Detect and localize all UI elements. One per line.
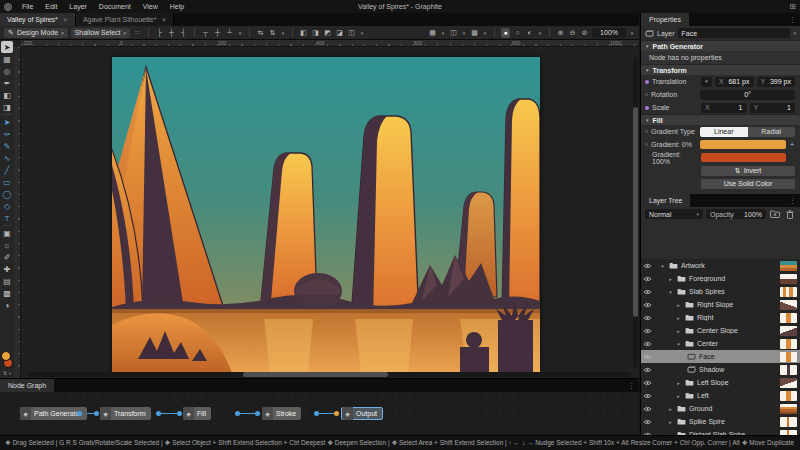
chevron-down-icon[interactable]: ▾ xyxy=(793,30,796,36)
chevron-down-icon[interactable]: ▾ xyxy=(461,28,467,38)
menu-file[interactable]: File xyxy=(16,0,39,13)
visibility-eye-icon[interactable] xyxy=(641,419,653,425)
menu-edit[interactable]: Edit xyxy=(39,0,63,13)
primary-color-swatch[interactable] xyxy=(1,351,11,361)
tab-node-graph[interactable]: Node Graph xyxy=(0,379,54,392)
boolean-difference-icon[interactable]: ◪ xyxy=(335,28,344,38)
section-transform[interactable]: ▾ Transform xyxy=(641,64,800,75)
zoom-level-field[interactable]: 100% xyxy=(592,28,626,38)
layer-row-center-slope[interactable]: ▸ Center Slope xyxy=(641,324,800,337)
pivot-options-button[interactable]: ∷ xyxy=(133,28,142,38)
visibility-eye-icon[interactable] xyxy=(641,302,653,308)
node-output[interactable]: ◈ Output xyxy=(341,407,383,420)
boolean-intersect-icon[interactable]: ◩ xyxy=(323,28,332,38)
node-input-dot[interactable] xyxy=(94,411,99,416)
visibility-eye-icon[interactable] xyxy=(641,367,653,373)
pixel-view-icon[interactable]: ◐ xyxy=(525,28,534,38)
layer-row-artwork[interactable]: ▾ Artwork xyxy=(641,259,800,272)
parameter-dot-icon[interactable] xyxy=(645,143,648,146)
visibility-eye-icon[interactable] xyxy=(641,315,653,321)
layer-row-shadow[interactable]: Shadow xyxy=(641,363,800,376)
node-input-dot[interactable] xyxy=(255,411,260,416)
align-bottom-icon[interactable]: ┴ xyxy=(225,28,234,38)
canvas-horizontal-scrollbar[interactable] xyxy=(28,372,631,377)
layer-row-ground[interactable]: ▸ Ground xyxy=(641,402,800,415)
expand-arrow-icon[interactable]: ▸ xyxy=(667,419,674,425)
scale-x-field[interactable]: X 1 xyxy=(701,103,747,113)
frame-tool[interactable]: ▣ xyxy=(1,227,13,239)
section-fill[interactable]: ▾ Fill xyxy=(641,114,800,125)
expand-arrow-icon[interactable]: ▸ xyxy=(675,380,682,386)
canvas-viewport[interactable] xyxy=(21,47,639,378)
add-stop-icon[interactable]: + xyxy=(789,141,795,148)
node-graph-canvas[interactable]: ◈ Path Generator ◈ Transform ◈ Fill xyxy=(0,392,639,435)
expand-arrow-icon[interactable]: ▸ xyxy=(667,406,674,412)
expand-arrow-icon[interactable]: ▸ xyxy=(675,393,682,399)
reset-colors-icon[interactable]: ▪ xyxy=(9,370,11,376)
visibility-eye-icon[interactable] xyxy=(641,380,653,386)
opacity-slider[interactable]: Opacity 100% xyxy=(706,209,766,219)
visibility-eye-icon[interactable] xyxy=(641,328,653,334)
spline-tool[interactable]: ∿ xyxy=(1,152,13,164)
node-input-dot[interactable] xyxy=(334,411,339,416)
kebab-menu-icon[interactable]: ⋮ xyxy=(785,194,800,207)
parameter-dot-icon[interactable] xyxy=(645,93,648,96)
parameter-dot-icon[interactable] xyxy=(645,80,649,84)
rectangle-tool[interactable]: ▭ xyxy=(1,176,13,188)
linear-gradient-button[interactable]: Linear xyxy=(700,127,748,137)
expand-arrow-icon[interactable]: ▸ xyxy=(675,328,682,334)
menu-layer[interactable]: Layer xyxy=(63,0,93,13)
close-icon[interactable]: ✕ xyxy=(63,16,68,23)
expand-arrow-icon[interactable]: ▸ xyxy=(667,276,674,282)
patch-tool[interactable]: ▩ xyxy=(1,287,13,299)
node-input-dot[interactable] xyxy=(177,411,182,416)
text-tool[interactable]: T xyxy=(1,212,13,224)
radial-gradient-button[interactable]: Radial xyxy=(748,127,796,137)
split-view-icon[interactable]: ◫ xyxy=(449,28,458,38)
expand-arrow-icon[interactable]: ▾ xyxy=(667,289,674,295)
parameter-dot-icon[interactable] xyxy=(645,130,648,133)
navigate-tool[interactable]: ◎ xyxy=(1,65,13,77)
freehand-tool[interactable]: ✎ xyxy=(1,140,13,152)
align-top-icon[interactable]: ┬ xyxy=(201,28,210,38)
view-mode-icon[interactable]: ▦ xyxy=(428,28,437,38)
visibility-eye-icon[interactable] xyxy=(641,406,653,412)
flip-horizontal-icon[interactable]: ⇆ xyxy=(256,28,265,38)
swap-colors-icon[interactable]: ⇅ xyxy=(3,370,7,376)
layer-row-slab-spires[interactable]: ▾ Slab Spires xyxy=(641,285,800,298)
menu-help[interactable]: Help xyxy=(164,0,190,13)
shape-tool[interactable]: ◇ xyxy=(1,200,13,212)
align-middle-icon[interactable]: ┼ xyxy=(213,28,222,38)
canvas-vertical-scrollbar[interactable] xyxy=(633,57,638,368)
chevron-down-icon[interactable]: ▾ xyxy=(629,28,635,38)
zoom-out-icon[interactable]: ⊖ xyxy=(568,28,577,38)
flip-vertical-icon[interactable]: ⇅ xyxy=(268,28,277,38)
expand-arrow-icon[interactable]: ▸ xyxy=(675,315,682,321)
line-tool[interactable]: ╱ xyxy=(1,164,13,176)
layer-row-left-slope[interactable]: ▸ Left Slope xyxy=(641,376,800,389)
imaginate-tool[interactable]: ☼ xyxy=(1,239,13,251)
blend-mode-select[interactable]: Normal ▾ xyxy=(645,209,703,219)
node-output-dot[interactable] xyxy=(77,411,82,416)
tab-layer-tree[interactable]: Layer Tree xyxy=(641,194,690,207)
artboard-tool[interactable]: ▦ xyxy=(1,53,13,65)
relight-tool[interactable]: ◑ xyxy=(1,299,13,311)
fill-tool[interactable]: ◧ xyxy=(1,89,13,101)
select-mode-dropdown[interactable]: Shallow Select ▾ xyxy=(71,28,130,38)
grid-overlay-icon[interactable]: ▩ xyxy=(470,28,479,38)
visibility-eye-icon[interactable] xyxy=(641,263,653,269)
boolean-union-icon[interactable]: ◧ xyxy=(299,28,308,38)
ellipse-tool[interactable]: ◯ xyxy=(1,188,13,200)
layer-row-distant-slab-spire[interactable]: ▸ Distant Slab Spire xyxy=(641,428,800,435)
visibility-eye-icon[interactable] xyxy=(641,276,653,282)
visibility-eye-icon[interactable] xyxy=(641,341,653,347)
tab-properties[interactable]: Properties xyxy=(641,13,689,26)
pen-tool[interactable]: ✑ xyxy=(1,128,13,140)
layer-name-field[interactable]: Face xyxy=(678,28,791,38)
expand-arrow-icon[interactable]: ▾ xyxy=(659,263,666,269)
node-output-dot[interactable] xyxy=(235,411,240,416)
visibility-eye-icon[interactable] xyxy=(641,289,653,295)
expand-arrow-icon[interactable]: ▾ xyxy=(675,341,682,347)
visibility-eye-icon[interactable] xyxy=(641,393,653,399)
expand-arrow-icon[interactable]: ▸ xyxy=(675,302,682,308)
